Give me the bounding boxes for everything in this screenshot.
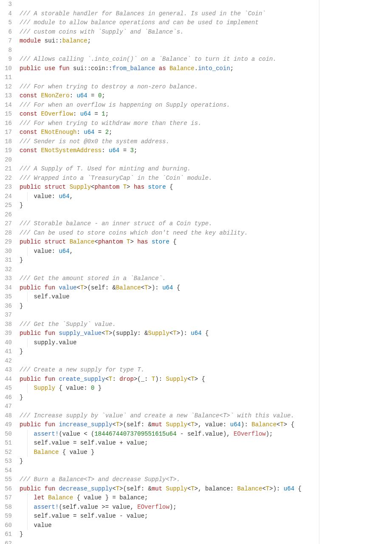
line-number: 3 <box>0 0 12 9</box>
code-line[interactable]: public fun decrease_supply<T>(self: &mut… <box>20 484 319 494</box>
code-line[interactable] <box>20 46 319 55</box>
code-line[interactable] <box>20 265 319 275</box>
code-line[interactable]: } <box>20 457 319 466</box>
token-sym: { value } <box>59 449 94 456</box>
code-line[interactable]: /// Storable balance - an inner struct o… <box>20 219 319 229</box>
code-line[interactable]: /// Can be used to store coins which don… <box>20 229 319 238</box>
code-content[interactable]: /// A storable handler for Balances in g… <box>20 0 319 544</box>
token-sym: ; <box>134 147 137 154</box>
line-number: 27 <box>0 219 12 229</box>
code-line[interactable]: /// Get the `Supply` value. <box>20 320 319 329</box>
token-sym: { <box>294 485 302 492</box>
line-number: 45 <box>0 384 12 393</box>
code-line[interactable]: value <box>20 521 319 530</box>
code-line[interactable]: /// Increase supply by `value` and creat… <box>20 411 319 421</box>
token-sym: = <box>87 92 98 99</box>
code-line[interactable] <box>20 311 319 320</box>
token-sym: > <box>130 238 138 245</box>
token-cmt: /// A storable handler for Balances in g… <box>20 10 266 17</box>
token-cls: T <box>105 330 109 337</box>
token-sym: self.value = self.value - value; <box>20 513 148 519</box>
token-fn: from_balance <box>113 65 155 72</box>
token-ty: u64 <box>230 421 241 428</box>
code-line[interactable] <box>20 73 319 82</box>
line-number: 30 <box>0 247 12 256</box>
code-line[interactable]: /// A Supply of T. Used for minting and … <box>20 164 319 174</box>
code-line[interactable]: Supply { value: 0 } <box>20 384 319 393</box>
code-line[interactable]: /// Sender is not @0x0 the system addres… <box>20 137 319 147</box>
token-cls: Balance <box>70 238 95 245</box>
line-number: 59 <box>0 512 12 521</box>
token-sym: - self.value), <box>177 431 234 437</box>
code-line[interactable] <box>20 357 319 366</box>
code-line[interactable]: self.value <box>20 292 319 302</box>
code-line[interactable]: assert!(value < (18446744073709551615u64… <box>20 430 319 439</box>
line-number: 11 <box>0 73 12 82</box>
code-line[interactable]: } <box>20 393 319 402</box>
code-editor[interactable]: 3456789101112131415161718192021222324252… <box>0 0 319 544</box>
token-sym <box>148 238 152 245</box>
code-line[interactable]: /// For when trying to destroy a non-zer… <box>20 82 319 92</box>
token-ty: u64 <box>162 284 173 291</box>
code-line[interactable]: public fun value<T>(self: &Balance<T>): … <box>20 283 319 293</box>
token-sym: value <box>20 522 52 529</box>
code-line[interactable]: /// custom coins with `Supply` and `Bala… <box>20 28 319 37</box>
code-line[interactable]: /// Get the amount stored in a `Balance`… <box>20 274 319 283</box>
code-line[interactable]: public struct Balance<phantom T> has sto… <box>20 238 319 247</box>
code-line[interactable] <box>20 210 319 220</box>
code-line[interactable]: value: u64, <box>20 192 319 201</box>
token-sym: , <box>70 248 73 255</box>
code-line[interactable]: const ENonZero: u64 = 0; <box>20 91 319 101</box>
token-num: 1 <box>102 110 105 117</box>
code-line[interactable]: /// module to allow balance operations a… <box>20 18 319 28</box>
code-line[interactable]: value: u64, <box>20 247 319 256</box>
token-sym: value: <box>20 248 59 255</box>
line-number: 58 <box>0 503 12 512</box>
code-line[interactable]: public fun supply_value<T>(supply: &Supp… <box>20 329 319 338</box>
code-line[interactable]: module sui::balance; <box>20 37 319 46</box>
token-sym: ); <box>169 504 177 510</box>
code-line[interactable] <box>20 0 319 9</box>
token-sym <box>66 238 69 245</box>
code-line[interactable]: /// For when an overflow is happening on… <box>20 101 319 110</box>
token-sym <box>20 385 34 391</box>
code-line[interactable]: const ENotEnough: u64 = 2; <box>20 128 319 137</box>
code-line[interactable]: } <box>20 530 319 539</box>
code-line[interactable] <box>20 156 319 165</box>
code-line[interactable]: Balance { value } <box>20 448 319 457</box>
token-sym: } <box>20 394 23 401</box>
code-line[interactable]: self.value = self.value + value; <box>20 439 319 448</box>
code-line[interactable] <box>20 466 319 476</box>
code-line[interactable]: const ENotSystemAddress: u64 = 3; <box>20 146 319 156</box>
line-number: 28 <box>0 229 12 238</box>
code-line[interactable]: } <box>20 347 319 357</box>
code-line[interactable]: supply.value <box>20 338 319 348</box>
token-kw: public <box>20 65 41 72</box>
code-line[interactable]: const EOverflow: u64 = 1; <box>20 110 319 119</box>
code-line[interactable]: public struct Supply<phantom T> has stor… <box>20 183 319 192</box>
token-sym: supply.value <box>20 339 76 346</box>
code-line[interactable]: } <box>20 201 319 210</box>
token-sym: ; <box>109 129 112 136</box>
token-sym: >(supply: & <box>109 330 148 337</box>
code-line[interactable]: self.value = self.value - value; <box>20 512 319 521</box>
code-line[interactable] <box>20 539 319 544</box>
token-cmt: /// Burn a Balance<T> and decrease Suppl… <box>20 476 180 483</box>
code-line[interactable]: /// Create a new supply for type T. <box>20 366 319 375</box>
code-line[interactable]: public use fun sui::coin::from_balance a… <box>20 64 319 74</box>
code-line[interactable] <box>20 402 319 411</box>
token-cmt: /// Storable balance - an inner struct o… <box>20 220 212 227</box>
code-line[interactable]: /// A storable handler for Balances in g… <box>20 9 319 19</box>
code-line[interactable]: assert!(self.value >= value, EOverflow); <box>20 503 319 512</box>
code-line[interactable]: /// Allows calling `.into_coin()` on a `… <box>20 55 319 64</box>
line-number: 25 <box>0 201 12 210</box>
code-line[interactable]: public fun create_supply<T: drop>(_: T):… <box>20 375 319 384</box>
code-line[interactable]: /// Burn a Balance<T> and decrease Suppl… <box>20 475 319 484</box>
code-line[interactable]: public fun increase_supply<T>(self: &mut… <box>20 420 319 430</box>
token-kw: fun <box>45 421 55 428</box>
code-line[interactable]: } <box>20 302 319 311</box>
code-line[interactable]: /// Wrapped into a `TreasuryCap` in the … <box>20 174 319 183</box>
code-line[interactable]: /// For when trying to withdraw more tha… <box>20 119 319 128</box>
code-line[interactable]: } <box>20 256 319 265</box>
code-line[interactable]: let Balance { value } = balance; <box>20 493 319 503</box>
